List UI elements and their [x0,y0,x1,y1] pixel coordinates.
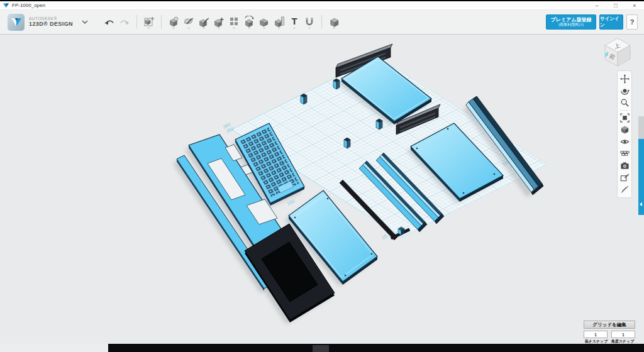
brand-text: AUTODESK® 123D® DESIGN [29,17,73,27]
construct-icon [198,16,209,27]
modify-tool[interactable] [212,14,226,30]
autodesk-123d-logo [8,14,25,31]
length-snap-input[interactable] [584,331,608,338]
help-button[interactable]: ? [626,14,638,30]
brand-product: 123D® DESIGN [29,21,73,27]
maximize-button[interactable]: □ [606,2,625,9]
text-icon: T [289,16,300,27]
grouping-icon [243,16,255,27]
fit-view-tool[interactable] [618,112,631,124]
premium-sublabel: (商業利用向け) [547,23,596,27]
material-icon [328,16,340,27]
scene-3d[interactable]: 360 350 170 150 25 50 100 [0,35,644,344]
redo-button[interactable] [118,14,131,30]
toolbar-separator [161,15,162,29]
part-small-clip[interactable] [398,227,404,235]
visibility-icon [620,137,630,146]
pattern-tool[interactable] [227,14,241,30]
app-logo-icon [3,3,9,8]
minimize-button[interactable]: – [587,2,606,9]
pan-icon [620,74,630,84]
screenshot-tool[interactable] [618,160,631,172]
edge-panel-tab[interactable] [638,139,644,215]
material-browser-tool[interactable] [618,148,631,160]
zoom-icon [620,98,630,107]
signin-button[interactable]: サインイン [599,14,623,30]
taskbar-app-chip[interactable] [313,345,329,352]
import-icon [143,16,155,27]
show-sketch-tool[interactable] [618,172,631,184]
view-cube[interactable]: 上 前 [601,36,634,69]
redo-icon [119,18,130,26]
visibility-tool[interactable] [618,136,631,148]
grid-settings-panel: グリッドを編集 長さスナップ 角度スナップ [584,321,635,344]
combine-tool[interactable] [257,14,271,30]
svg-text:150: 150 [286,198,296,207]
close-button[interactable]: × [625,2,644,9]
sketch-tool[interactable] [182,14,196,30]
toolbar-separator [321,15,322,29]
premium-label: プレミアム版登録 [547,17,596,23]
modify-icon [213,16,225,27]
hide-sketch-tool[interactable] [618,184,631,195]
camera-icon [620,161,630,170]
app-menu[interactable]: AUTODESK® 123D® DESIGN [8,14,88,31]
shading-tool[interactable] [618,124,631,136]
premium-signup-button[interactable]: プレミアム版登録 (商業利用向け) [546,14,596,30]
titlebar: FP-1000_open – □ × [0,1,644,10]
taskbar-light-segment [0,344,108,352]
edge-panel-track[interactable] [638,116,644,139]
material-bricks-icon [620,149,630,158]
navigation-toolbar [617,70,632,198]
shading-icon [620,125,630,135]
zoom-tool[interactable] [618,97,631,109]
undo-button[interactable] [103,14,116,30]
svg-text:T: T [291,16,297,26]
chevron-down-icon [82,20,88,24]
angle-snap-input[interactable] [611,331,635,338]
measure-tool[interactable] [272,14,286,30]
nav-separator [620,110,629,111]
import-button[interactable] [142,14,156,30]
hide-sketch-icon [620,185,630,194]
toolbar-tools: T [102,14,341,30]
window-title: FP-1000_open [12,3,45,8]
snap-tool[interactable] [303,14,316,30]
window-controls: – □ × [587,1,644,9]
panel-expand-arrow-icon [640,202,642,206]
account-area: プレミアム版登録 (商業利用向け) サインイン ? [546,14,638,30]
combine-icon [258,16,270,27]
toolbar-separator [136,15,137,29]
grouping-tool[interactable] [242,14,256,30]
svg-text:25: 25 [381,233,389,241]
primitives-icon [168,16,179,27]
viewport[interactable]: 360 350 170 150 25 50 100 [0,35,644,344]
os-taskbar[interactable] [0,344,644,352]
logo-triangle-icon [8,14,25,30]
app-window: FP-1000_open – □ × [0,0,644,352]
magnet-icon [304,16,315,27]
sketch-icon [183,16,194,27]
orbit-icon [620,86,630,96]
show-sketch-icon [620,173,630,182]
material-tool[interactable] [327,14,341,30]
measure-icon [274,16,285,27]
orbit-tool[interactable] [618,85,631,97]
fit-view-icon [620,113,630,123]
undo-icon [104,18,115,26]
main-toolbar: AUTODESK® 123D® DESIGN [0,10,644,35]
text-tool[interactable]: T [287,14,301,30]
pan-tool[interactable] [618,73,631,85]
primitives-tool[interactable] [167,14,180,30]
edit-grid-button[interactable]: グリッドを編集 [584,321,635,329]
construct-tool[interactable] [197,14,211,30]
pattern-icon [228,16,240,27]
